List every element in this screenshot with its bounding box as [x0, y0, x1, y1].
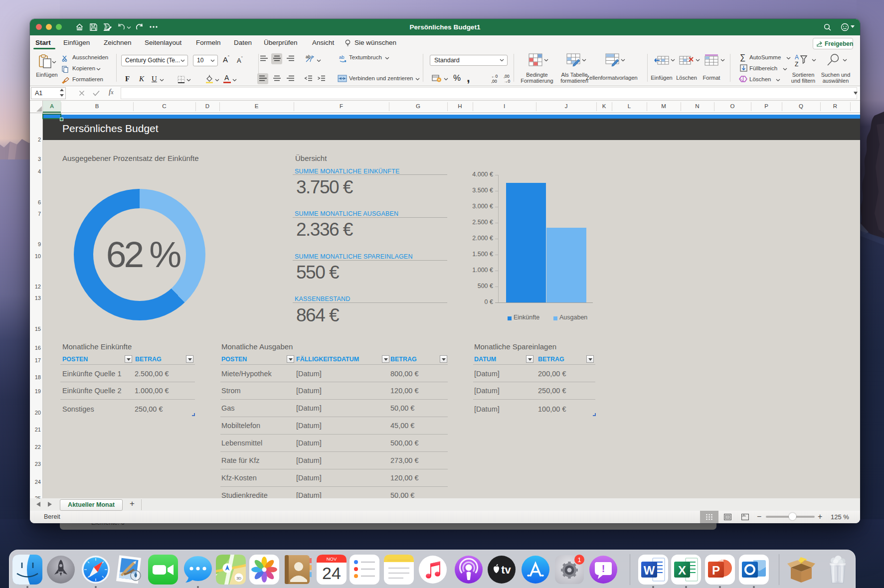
- svg-text:tv: tv: [501, 564, 511, 576]
- svg-text:ab: ab: [339, 54, 345, 60]
- svg-text:P: P: [712, 564, 720, 577]
- svg-text:24: 24: [322, 564, 341, 583]
- svg-text:3D: 3D: [236, 576, 241, 581]
- svg-text:ab: ab: [306, 54, 311, 59]
- svg-text:Z: Z: [795, 61, 798, 68]
- svg-text:X: X: [678, 564, 686, 577]
- svg-text:W: W: [644, 564, 655, 577]
- svg-text:!: !: [602, 563, 605, 574]
- svg-text:A: A: [795, 54, 799, 61]
- svg-text:NOV: NOV: [327, 556, 337, 562]
- svg-text:1: 1: [577, 556, 581, 564]
